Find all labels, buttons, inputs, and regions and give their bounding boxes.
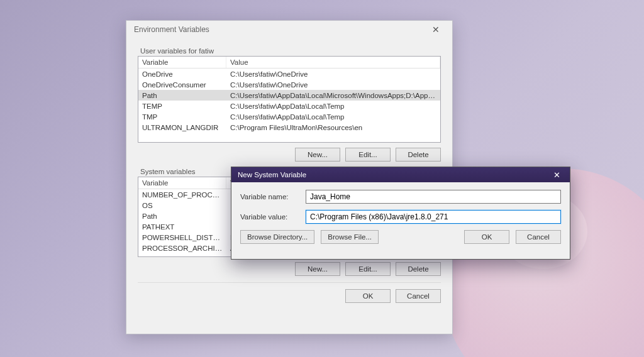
cell-variable: PROCESSOR_ARCHITECTURE (138, 244, 226, 252)
env-cancel-button[interactable]: Cancel (396, 289, 441, 303)
cell-value: C:\Users\fatiw\OneDrive (226, 81, 440, 89)
cell-variable: TEMP (138, 102, 226, 110)
nsv-title: New System Variable (238, 171, 306, 178)
table-row[interactable]: ULTRAMON_LANGDIRC:\Program Files\UltraMo… (138, 122, 440, 133)
variable-value-input[interactable] (306, 210, 561, 224)
env-ok-button[interactable]: OK (345, 289, 391, 303)
cell-value: C:\Users\fatiw\AppData\Local\Temp (226, 113, 440, 121)
user-new-button[interactable]: New... (295, 148, 340, 162)
sys-delete-button[interactable]: Delete (396, 262, 441, 276)
user-vars-list[interactable]: Variable Value OneDriveC:\Users\fatiw\On… (138, 56, 441, 143)
close-icon[interactable]: ✕ (543, 167, 570, 182)
new-system-variable-dialog: New System Variable ✕ Variable name: Var… (231, 167, 570, 260)
cell-variable: OneDrive (138, 70, 226, 78)
table-row[interactable]: PathC:\Users\fatiw\AppData\Local\Microso… (138, 90, 440, 101)
sys-new-button[interactable]: New... (295, 262, 340, 276)
close-icon[interactable]: ✕ (425, 23, 447, 36)
user-vars-label: User variables for fatiw (140, 47, 441, 55)
nsv-ok-button[interactable]: OK (464, 230, 509, 244)
cell-value: C:\Users\fatiw\OneDrive (226, 70, 440, 78)
cell-value: C:\Program Files\UltraMon\Resources\en (226, 124, 440, 131)
col-value[interactable]: Value (226, 57, 440, 68)
env-title: Environment Variables (134, 25, 209, 34)
cell-variable: PROCESSOR_IDENTIFIER (138, 255, 226, 258)
cell-variable: TMP (138, 113, 226, 121)
env-titlebar[interactable]: Environment Variables ✕ (126, 21, 452, 38)
col-variable[interactable]: Variable (138, 57, 226, 68)
cell-variable: POWERSHELL_DISTRIBUTIO... (138, 234, 226, 241)
separator (138, 282, 441, 283)
browse-directory-button[interactable]: Browse Directory... (240, 230, 314, 244)
cell-variable: PATHEXT (138, 223, 226, 231)
table-row[interactable]: TMPC:\Users\fatiw\AppData\Local\Temp (138, 111, 440, 122)
table-row[interactable]: OneDriveConsumerC:\Users\fatiw\OneDrive (138, 79, 440, 90)
cell-variable: ULTRAMON_LANGDIR (138, 124, 226, 131)
user-edit-button[interactable]: Edit... (345, 148, 391, 162)
variable-name-input[interactable] (306, 190, 561, 204)
variable-name-label: Variable name: (240, 193, 306, 200)
nsv-cancel-button[interactable]: Cancel (516, 230, 561, 244)
cell-variable: Path (138, 212, 226, 220)
table-row[interactable]: TEMPC:\Users\fatiw\AppData\Local\Temp (138, 101, 440, 111)
cell-variable: Path (138, 92, 226, 99)
table-row[interactable]: OneDriveC:\Users\fatiw\OneDrive (138, 69, 440, 79)
cell-value: C:\Users\fatiw\AppData\Local\Temp (226, 102, 440, 110)
user-delete-button[interactable]: Delete (396, 148, 441, 162)
browse-file-button[interactable]: Browse File... (321, 230, 379, 244)
variable-value-label: Variable value: (240, 213, 306, 221)
cell-variable: NUMBER_OF_PROCESSORS (138, 191, 226, 199)
cell-variable: OneDriveConsumer (138, 81, 226, 89)
col-variable[interactable]: Variable (138, 177, 226, 189)
cell-value: C:\Users\fatiw\AppData\Local\Microsoft\W… (226, 92, 440, 99)
sys-edit-button[interactable]: Edit... (345, 262, 391, 276)
user-list-header: Variable Value (138, 57, 440, 69)
cell-variable: OS (138, 202, 226, 209)
nsv-titlebar[interactable]: New System Variable ✕ (231, 167, 570, 182)
